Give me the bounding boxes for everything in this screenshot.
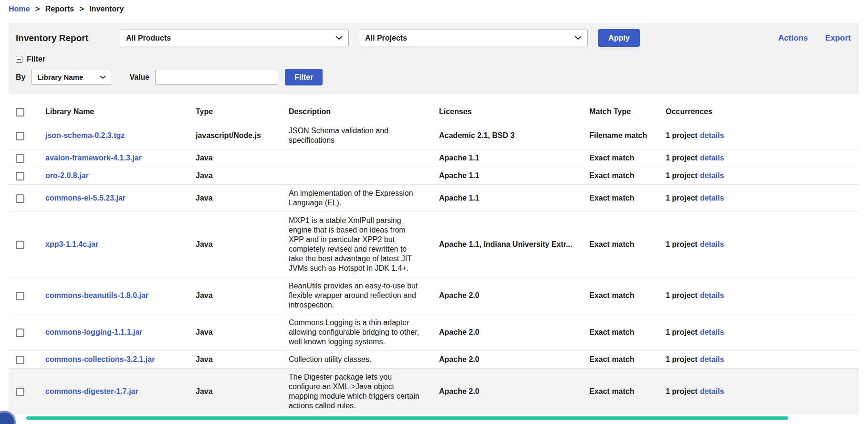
licenses-cell: Apache 1.1, Indiana University Extr... — [431, 212, 581, 277]
col-header-description: Description — [281, 102, 431, 122]
chevron-down-icon — [335, 36, 343, 40]
apply-button[interactable]: Apply — [598, 29, 640, 47]
export-link[interactable]: Export — [825, 33, 851, 43]
library-name-link[interactable]: commons-logging-1.1.1.jar — [45, 328, 143, 336]
filter-by-select-value: Library Name — [37, 73, 83, 81]
occurrences-text: 1 project — [666, 171, 698, 180]
chevron-down-icon — [575, 36, 582, 40]
occurrences-text: 1 project — [666, 131, 698, 139]
licenses-cell: Apache 2.0 — [431, 368, 581, 414]
description-cell: BeanUtils provides an easy-to-use but fl… — [281, 277, 431, 314]
toolbar-links: Actions Export — [778, 33, 852, 43]
type-cell: Java — [188, 184, 281, 212]
match-type-cell: Exact match — [581, 212, 658, 277]
toolbar-row: Inventory Report All Products All Projec… — [16, 29, 852, 47]
details-link[interactable]: details — [700, 355, 724, 363]
row-checkbox[interactable] — [16, 241, 24, 249]
table-row: commons-el-5.5.23.jar Java An implementa… — [9, 184, 859, 212]
type-cell: Java — [188, 314, 281, 350]
occurrences-text: 1 project — [666, 240, 698, 248]
licenses-cell: Apache 1.1 — [431, 167, 581, 184]
projects-select[interactable]: All Projects — [359, 30, 588, 46]
row-checkbox[interactable] — [16, 329, 24, 337]
type-cell: Java — [188, 212, 281, 277]
filter-by-select[interactable]: Library Name — [31, 70, 112, 85]
col-header-occurrences: Occurrences — [658, 102, 859, 122]
details-link[interactable]: details — [700, 194, 724, 202]
description-cell: An implementation of the Expression Lang… — [281, 184, 431, 212]
type-cell: Java — [188, 149, 281, 167]
collapse-filter-icon[interactable] — [16, 56, 22, 63]
table-row: oro-2.0.8.jar Java Apache 1.1 Exact matc… — [9, 167, 859, 184]
licenses-cell: Apache 2.0 — [431, 350, 581, 368]
occurrences-text: 1 project — [666, 328, 698, 336]
library-name-link[interactable]: xpp3-1.1.4c.jar — [45, 240, 98, 248]
library-name-link[interactable]: commons-el-5.5.23.jar — [45, 194, 125, 202]
details-link[interactable]: details — [700, 154, 724, 162]
details-link[interactable]: details — [700, 171, 724, 180]
details-link[interactable]: details — [700, 240, 724, 248]
row-checkbox[interactable] — [16, 388, 24, 396]
match-type-cell: Exact match — [581, 368, 658, 414]
row-checkbox[interactable] — [16, 356, 24, 364]
library-name-link[interactable]: commons-digester-1.7.jar — [45, 387, 138, 395]
filter-value-input[interactable] — [155, 70, 278, 85]
products-select[interactable]: All Products — [120, 30, 349, 46]
description-cell: MXP1 is a stable XmlPull parsing engine … — [281, 212, 431, 277]
details-link[interactable]: details — [700, 328, 724, 336]
library-name-link[interactable]: avalon-framework-4.1.3.jar — [45, 154, 142, 162]
details-link[interactable]: details — [700, 387, 724, 395]
row-checkbox[interactable] — [16, 172, 24, 180]
details-link[interactable]: details — [700, 131, 724, 139]
match-type-cell: Exact match — [581, 149, 658, 167]
library-name-link[interactable]: json-schema-0.2.3.tgz — [45, 131, 125, 139]
inventory-table-body: json-schema-0.2.3.tgz javascript/Node.js… — [9, 122, 859, 414]
chevron-down-icon — [100, 75, 106, 79]
value-label: Value — [129, 73, 149, 82]
type-cell: Java — [188, 368, 281, 414]
breadcrumb-current-page: Inventory — [89, 5, 124, 13]
table-row: xpp3-1.1.4c.jar Java MXP1 is a stable Xm… — [9, 212, 859, 277]
match-type-cell: Exact match — [581, 277, 658, 314]
type-cell: javascript/Node.js — [188, 122, 281, 149]
by-label: By — [16, 73, 25, 82]
description-cell: The Digester package lets you configure … — [281, 368, 431, 414]
products-select-value: All Products — [126, 34, 171, 42]
table-header-row: Library Name Type Description Licenses M… — [9, 102, 859, 122]
breadcrumb-separator: > — [80, 5, 84, 13]
match-type-cell: Filename match — [581, 122, 658, 149]
licenses-cell: Apache 2.0 — [431, 277, 581, 314]
report-controls-panel: Inventory Report All Products All Projec… — [9, 23, 859, 94]
row-checkbox[interactable] — [16, 292, 24, 300]
page-title: Inventory Report — [16, 33, 120, 43]
match-type-cell: Exact match — [581, 184, 658, 212]
inventory-table: Library Name Type Description Licenses M… — [9, 102, 859, 414]
row-checkbox[interactable] — [16, 194, 24, 203]
breadcrumb-home-link[interactable]: Home — [9, 5, 30, 13]
library-name-link[interactable]: commons-beanutils-1.8.0.jar — [45, 291, 148, 299]
type-cell: Java — [188, 277, 281, 314]
licenses-cell: Apache 2.0 — [431, 314, 581, 350]
occurrences-text: 1 project — [666, 387, 698, 395]
col-header-match-type: Match Type — [581, 102, 658, 122]
breadcrumb-separator: > — [35, 5, 40, 13]
details-link[interactable]: details — [700, 291, 724, 299]
match-type-cell: Exact match — [581, 167, 658, 184]
library-name-link[interactable]: commons-collections-3.2.1.jar — [45, 355, 155, 363]
select-all-checkbox[interactable] — [16, 108, 24, 117]
description-cell — [281, 167, 431, 184]
licenses-cell: Apache 1.1 — [431, 149, 581, 167]
row-checkbox[interactable] — [16, 154, 24, 163]
description-cell: Collection utility classes. — [281, 350, 431, 368]
table-row: commons-collections-3.2.1.jar Java Colle… — [9, 350, 859, 368]
actions-link[interactable]: Actions — [778, 33, 808, 43]
occurrences-text: 1 project — [666, 154, 698, 162]
library-name-link[interactable]: oro-2.0.8.jar — [45, 171, 89, 180]
type-cell: Java — [188, 167, 281, 184]
table-row: commons-logging-1.1.1.jar Java Commons L… — [9, 314, 859, 350]
description-cell: Commons Logging is a thin adapter allowi… — [281, 314, 431, 350]
row-checkbox[interactable] — [16, 132, 24, 140]
table-row: json-schema-0.2.3.tgz javascript/Node.js… — [9, 122, 859, 149]
filter-button[interactable]: Filter — [285, 69, 323, 85]
breadcrumb-reports-link[interactable]: Reports — [45, 5, 74, 13]
